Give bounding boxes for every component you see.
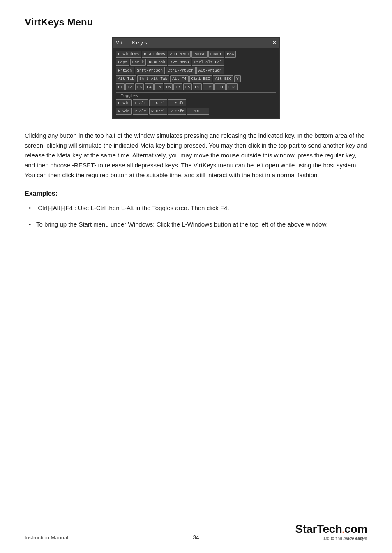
f2-key[interactable]: F2 bbox=[125, 83, 134, 90]
close-button[interactable]: × bbox=[273, 39, 276, 46]
ctrl-prtscn-key[interactable]: Ctrl-PrtScn bbox=[166, 67, 196, 74]
ctrl-esc-key[interactable]: Ctrl-ESC bbox=[189, 75, 212, 82]
examples-list: [Ctrl]-[Alt]-[F4]: Use L-Ctrl then L-Alt… bbox=[25, 203, 367, 229]
l-shft-toggle[interactable]: L-Shft bbox=[168, 99, 186, 106]
r-win-toggle[interactable]: R-Win bbox=[116, 108, 132, 115]
alt-tab-key[interactable]: Alt-Tab bbox=[116, 75, 136, 82]
toggle-row-2: R-Win R-Alt R-Ctrl R-Shft -RESET- bbox=[116, 108, 276, 115]
prtscn-key[interactable]: PrtScn bbox=[116, 67, 134, 74]
key-row-fkeys: F1 F2 F3 F4 F5 F6 F7 F8 F9 F10 F11 F12 bbox=[116, 83, 276, 90]
numlock-key[interactable]: NumLock bbox=[147, 59, 167, 66]
f10-key[interactable]: F10 bbox=[203, 83, 214, 90]
f3-key[interactable]: F3 bbox=[135, 83, 144, 90]
scrlk-key[interactable]: ScrLk bbox=[130, 59, 146, 66]
r-alt-toggle[interactable]: R-Alt bbox=[133, 108, 149, 115]
logo-tech: Tech bbox=[317, 523, 342, 535]
example-item-1: [Ctrl]-[Alt]-[F4]: Use L-Ctrl then L-Alt… bbox=[25, 203, 367, 213]
logo-com: com bbox=[344, 523, 367, 535]
shft-prtscn-key[interactable]: Shft-PrtScn bbox=[135, 67, 165, 74]
logo-text: StarTech.com bbox=[295, 523, 367, 536]
pause-key[interactable]: Pause bbox=[191, 51, 208, 58]
tagline-made-easy: made easy bbox=[343, 536, 364, 541]
alt-f4-key[interactable]: Alt-F4 bbox=[170, 75, 188, 82]
examples-heading: Examples: bbox=[25, 190, 367, 197]
alt-esc-key[interactable]: Alt-ESC bbox=[213, 75, 233, 82]
l-ctrl-toggle[interactable]: L-Ctrl bbox=[149, 99, 167, 106]
caps-key[interactable]: Caps bbox=[116, 59, 129, 66]
f4-key[interactable]: F4 bbox=[145, 83, 153, 90]
f12-key[interactable]: F12 bbox=[226, 83, 238, 90]
f11-key[interactable]: F11 bbox=[214, 83, 226, 90]
f6-key[interactable]: F6 bbox=[164, 83, 173, 90]
alt-prtscn-key[interactable]: Alt-PrtScn bbox=[196, 67, 224, 74]
virtkeys-dialog: VirtKeys × L-Windows R-Windows App Menu … bbox=[112, 37, 280, 119]
dialog-wrapper: VirtKeys × L-Windows R-Windows App Menu … bbox=[25, 37, 367, 119]
shft-alt-tab-key[interactable]: Shft-Alt-Tab bbox=[137, 75, 169, 82]
l-win-toggle[interactable]: L-Win bbox=[116, 99, 132, 106]
page-title: VirtKeys Menu bbox=[25, 16, 367, 28]
key-row-4: Alt-Tab Shft-Alt-Tab Alt-F4 Ctrl-ESC Alt… bbox=[116, 75, 276, 82]
example-item-2: To bring up the Start menu under Windows… bbox=[25, 220, 367, 229]
key-row-3: PrtScn Shft-PrtScn Ctrl-PrtScn Alt-PrtSc… bbox=[116, 67, 276, 74]
l-alt-toggle[interactable]: L-Alt bbox=[133, 99, 149, 106]
description-text: Clicking any button in the top half of t… bbox=[25, 131, 367, 180]
r-shft-toggle[interactable]: R-Shft bbox=[168, 108, 186, 115]
f8-key[interactable]: F8 bbox=[183, 83, 192, 90]
f9-key[interactable]: F9 bbox=[193, 83, 201, 90]
f5-key[interactable]: F5 bbox=[154, 83, 163, 90]
startech-logo: StarTech.com Hard-to-find made easy® bbox=[295, 523, 367, 541]
power-key[interactable]: Power bbox=[208, 51, 224, 58]
dialog-body: L-Windows R-Windows App Menu Pause Power… bbox=[113, 48, 279, 118]
toggles-section: — Toggles — L-Win L-Alt L-Ctrl L-Shft R-… bbox=[116, 92, 276, 115]
examples-section: Examples: [Ctrl]-[Alt]-[F4]: Use L-Ctrl … bbox=[25, 190, 367, 229]
f1-key[interactable]: F1 bbox=[116, 83, 125, 90]
l-windows-key[interactable]: L-Windows bbox=[116, 51, 141, 58]
key-row-1: L-Windows R-Windows App Menu Pause Power… bbox=[116, 51, 276, 58]
toggles-label: — Toggles — bbox=[116, 92, 276, 98]
footer-page-number: 34 bbox=[193, 534, 199, 541]
r-ctrl-toggle[interactable]: R-Ctrl bbox=[149, 108, 167, 115]
reset-key[interactable]: -RESET- bbox=[187, 108, 209, 115]
r-windows-key[interactable]: R-Windows bbox=[142, 51, 167, 58]
logo-star: Star bbox=[295, 523, 317, 535]
logo-tagline: Hard-to-find made easy® bbox=[295, 536, 367, 541]
key-row-2: Caps ScrLk NumLock KVM Menu Ctrl-Alt-Del bbox=[116, 59, 276, 66]
ctrl-alt-del-key[interactable]: Ctrl-Alt-Del bbox=[192, 59, 224, 66]
esc-key[interactable]: ESC bbox=[225, 51, 236, 58]
toggle-row-1: L-Win L-Alt L-Ctrl L-Shft bbox=[116, 99, 276, 106]
footer-manual-label: Instruction Manual bbox=[25, 534, 68, 541]
dialog-titlebar: VirtKeys × bbox=[113, 38, 279, 48]
f7-key[interactable]: F7 bbox=[173, 83, 182, 90]
dialog-title: VirtKeys bbox=[116, 40, 148, 46]
yen-key[interactable]: ¥ bbox=[234, 75, 241, 82]
kvm-menu-key[interactable]: KVM Menu bbox=[168, 59, 191, 66]
app-menu-key[interactable]: App Menu bbox=[168, 51, 191, 58]
